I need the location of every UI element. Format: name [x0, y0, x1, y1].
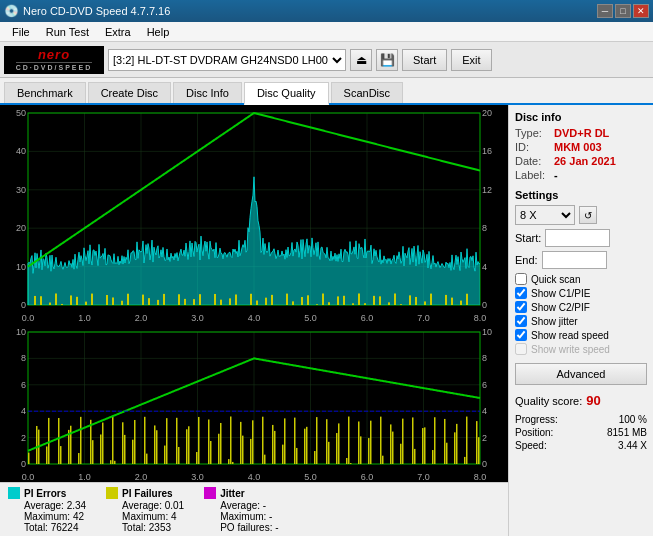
settings-title: Settings	[515, 189, 647, 201]
quick-scan-checkbox[interactable]	[515, 273, 527, 285]
end-input[interactable]: 8152 MB	[542, 251, 607, 269]
speed-row: 8 X 4 X 12 X Max ↺	[515, 205, 647, 225]
quality-score-label: Quality score:	[515, 395, 582, 407]
nero-logo: nero CD·DVD/SPEED	[4, 46, 104, 74]
show-read-speed-checkbox[interactable]	[515, 329, 527, 341]
show-read-speed-label: Show read speed	[531, 330, 609, 341]
chart-section: PI Errors Average: 2.34 Maximum: 42 Tota…	[0, 105, 508, 536]
show-write-speed-checkbox	[515, 343, 527, 355]
pi-failures-max: Maximum: 4	[122, 511, 184, 522]
position-label: Position:	[515, 427, 553, 438]
disc-info-title: Disc info	[515, 111, 647, 123]
jitter-color	[204, 487, 216, 499]
tab-disc-info[interactable]: Disc Info	[173, 82, 242, 103]
jitter-avg: Average: -	[220, 500, 278, 511]
start-label: Start:	[515, 232, 541, 244]
tab-disc-quality[interactable]: Disc Quality	[244, 82, 329, 105]
tab-create-disc[interactable]: Create Disc	[88, 82, 171, 103]
progress-row: Progress: 100 %	[515, 414, 647, 425]
show-jitter-label: Show jitter	[531, 316, 578, 327]
progress-value: 100 %	[619, 414, 647, 425]
disc-label-value: -	[554, 169, 558, 181]
exit-button[interactable]: Exit	[451, 49, 491, 71]
progress-label: Progress:	[515, 414, 558, 425]
pi-failures-total: Total: 2353	[122, 522, 184, 533]
app-title: Nero CD-DVD Speed 4.7.7.16	[23, 5, 170, 17]
menu-run-test[interactable]: Run Test	[38, 24, 97, 40]
right-panel: Disc info Type: DVD+R DL ID: MKM 003 Dat…	[508, 105, 653, 536]
disc-info-section: Disc info Type: DVD+R DL ID: MKM 003 Dat…	[515, 111, 647, 181]
title-bar: 💿 Nero CD-DVD Speed 4.7.7.16 ─ □ ✕	[0, 0, 653, 22]
show-jitter-checkbox[interactable]	[515, 315, 527, 327]
speed-select[interactable]: 8 X 4 X 12 X Max	[515, 205, 575, 225]
menu-extra[interactable]: Extra	[97, 24, 139, 40]
title-bar-left: 💿 Nero CD-DVD Speed 4.7.7.16	[4, 4, 170, 18]
pi-failures-label: PI Failures	[122, 488, 173, 499]
disc-date-value: 26 Jan 2021	[554, 155, 616, 167]
quality-score-row: Quality score: 90	[515, 393, 647, 408]
quality-score-value: 90	[586, 393, 600, 408]
jitter-po-failures: PO failures: -	[220, 522, 278, 533]
close-button[interactable]: ✕	[633, 4, 649, 18]
main-content: PI Errors Average: 2.34 Maximum: 42 Tota…	[0, 105, 653, 536]
upper-chart	[0, 105, 508, 323]
legend-pi-failures: PI Failures Average: 0.01 Maximum: 4 Tot…	[106, 487, 184, 533]
show-write-speed-label: Show write speed	[531, 344, 610, 355]
start-mb-row: Start: 0000 MB	[515, 229, 647, 247]
progress-section: Progress: 100 % Position: 8151 MB Speed:…	[515, 414, 647, 451]
speed-label: Speed:	[515, 440, 547, 451]
disc-id-row: ID: MKM 003	[515, 141, 647, 153]
disc-label-label: Label:	[515, 169, 550, 181]
show-c2pif-label: Show C2/PIF	[531, 302, 590, 313]
show-c2pif-checkbox[interactable]	[515, 301, 527, 313]
legend-area: PI Errors Average: 2.34 Maximum: 42 Tota…	[0, 482, 508, 536]
legend-jitter: Jitter Average: - Maximum: - PO failures…	[204, 487, 278, 533]
maximize-button[interactable]: □	[615, 4, 631, 18]
disc-date-label: Date:	[515, 155, 550, 167]
pi-failures-avg: Average: 0.01	[122, 500, 184, 511]
pi-errors-avg: Average: 2.34	[24, 500, 86, 511]
eject-icon[interactable]: ⏏	[350, 49, 372, 71]
advanced-button[interactable]: Advanced	[515, 363, 647, 385]
pi-errors-total: Total: 76224	[24, 522, 86, 533]
legend-pi-errors: PI Errors Average: 2.34 Maximum: 42 Tota…	[8, 487, 86, 533]
show-read-speed-row: Show read speed	[515, 329, 647, 341]
pi-errors-max: Maximum: 42	[24, 511, 86, 522]
tab-scan-disc[interactable]: ScanDisc	[331, 82, 403, 103]
tabs: Benchmark Create Disc Disc Info Disc Qua…	[0, 78, 653, 105]
tab-benchmark[interactable]: Benchmark	[4, 82, 86, 103]
start-input[interactable]: 0000 MB	[545, 229, 610, 247]
disc-label-row: Label: -	[515, 169, 647, 181]
jitter-label: Jitter	[220, 488, 244, 499]
show-c1pie-label: Show C1/PIE	[531, 288, 590, 299]
pi-failures-color	[106, 487, 118, 499]
end-label: End:	[515, 254, 538, 266]
menu-bar: File Run Test Extra Help	[0, 22, 653, 42]
menu-file[interactable]: File	[4, 24, 38, 40]
disc-id-label: ID:	[515, 141, 550, 153]
title-bar-controls[interactable]: ─ □ ✕	[597, 4, 649, 18]
refresh-icon[interactable]: ↺	[579, 206, 597, 224]
lower-chart	[0, 326, 508, 482]
speed-value: 3.44 X	[618, 440, 647, 451]
quick-scan-label: Quick scan	[531, 274, 580, 285]
quick-scan-row: Quick scan	[515, 273, 647, 285]
pi-errors-label: PI Errors	[24, 488, 66, 499]
show-c1pie-row: Show C1/PIE	[515, 287, 647, 299]
disc-type-value: DVD+R DL	[554, 127, 609, 139]
position-row: Position: 8151 MB	[515, 427, 647, 438]
minimize-button[interactable]: ─	[597, 4, 613, 18]
show-c2pif-row: Show C2/PIF	[515, 301, 647, 313]
show-jitter-row: Show jitter	[515, 315, 647, 327]
toolbar: nero CD·DVD/SPEED [3:2] HL-DT-ST DVDRAM …	[0, 42, 653, 78]
menu-help[interactable]: Help	[139, 24, 178, 40]
speed-row-progress: Speed: 3.44 X	[515, 440, 647, 451]
start-button[interactable]: Start	[402, 49, 447, 71]
settings-section: Settings 8 X 4 X 12 X Max ↺ Start: 0000 …	[515, 189, 647, 385]
chart-wrapper	[0, 105, 508, 482]
drive-select[interactable]: [3:2] HL-DT-ST DVDRAM GH24NSD0 LH00	[108, 49, 346, 71]
end-mb-row: End: 8152 MB	[515, 251, 647, 269]
show-c1pie-checkbox[interactable]	[515, 287, 527, 299]
save-icon[interactable]: 💾	[376, 49, 398, 71]
disc-type-row: Type: DVD+R DL	[515, 127, 647, 139]
